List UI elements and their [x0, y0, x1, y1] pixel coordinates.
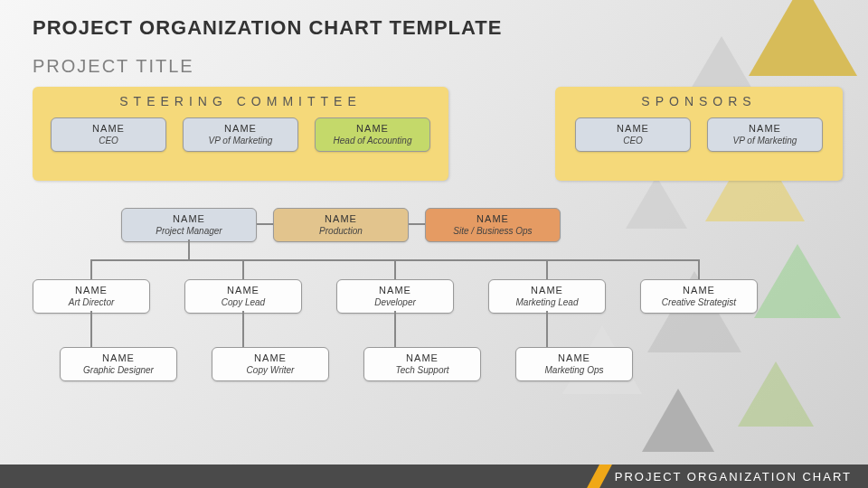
member-role: Head of Accounting — [316, 136, 429, 145]
node-name: NAME — [426, 213, 560, 224]
node-name: NAME — [489, 285, 605, 296]
connector — [546, 259, 548, 279]
node-role: Graphic Designer — [61, 365, 176, 375]
node-name: NAME — [337, 285, 453, 296]
org-node-production: NAME Production — [273, 208, 409, 242]
node-role: Project Manager — [122, 226, 256, 236]
org-node-tier2: NAME Art Director — [33, 279, 150, 314]
node-role: Marketing Ops — [516, 365, 632, 375]
node-name: NAME — [122, 213, 256, 224]
node-role: Developer — [337, 297, 453, 307]
node-name: NAME — [274, 213, 408, 224]
steering-committee-label: STEERING COMMITTEE — [33, 94, 448, 108]
member-name: NAME — [316, 123, 429, 134]
node-role: Tech Support — [364, 365, 480, 375]
project-title: PROJECT TITLE — [33, 56, 194, 77]
member-role: CEO — [576, 136, 690, 145]
connector — [242, 311, 244, 347]
node-role: Copy Writer — [212, 365, 328, 375]
node-name: NAME — [185, 285, 301, 296]
sponsors-panel: SPONSORS NAME CEO NAME VP of Marketing — [555, 87, 843, 181]
member-role: VP of Marketing — [184, 136, 297, 145]
node-name: NAME — [364, 352, 480, 363]
node-role: Production — [274, 226, 408, 236]
connector — [394, 259, 396, 279]
node-name: NAME — [61, 352, 176, 363]
org-node-tier2: NAME Creative Strategist — [640, 279, 758, 314]
org-node-tier3: NAME Marketing Ops — [515, 347, 633, 381]
connector — [90, 311, 92, 347]
node-name: NAME — [641, 285, 757, 296]
footer-accent — [587, 465, 612, 488]
org-node-tier2: NAME Copy Lead — [184, 279, 302, 314]
node-role: Marketing Lead — [489, 297, 605, 307]
node-name: NAME — [33, 285, 149, 296]
steering-member-card: NAME CEO — [51, 117, 166, 152]
connector — [394, 311, 396, 347]
org-node-biz-ops: NAME Site / Business Ops — [425, 208, 561, 242]
node-role: Art Director — [33, 297, 149, 307]
org-node-tier3: NAME Tech Support — [363, 347, 481, 381]
org-node-project-manager: NAME Project Manager — [121, 208, 257, 242]
member-name: NAME — [708, 123, 822, 134]
node-role: Creative Strategist — [641, 297, 757, 307]
connector — [698, 259, 700, 279]
connector — [188, 239, 190, 259]
sponsor-card: NAME VP of Marketing — [707, 117, 823, 152]
sponsor-card: NAME CEO — [575, 117, 691, 152]
org-node-tier2: NAME Developer — [336, 279, 454, 314]
connector — [242, 259, 244, 279]
org-node-tier2: NAME Marketing Lead — [488, 279, 606, 314]
org-node-tier3: NAME Copy Writer — [212, 347, 329, 381]
footer-bar: PROJECT ORGANIZATION CHART — [0, 465, 868, 488]
connector — [90, 259, 92, 279]
sponsors-label: SPONSORS — [555, 94, 843, 108]
org-chart: NAME Project Manager NAME Production NAM… — [33, 208, 837, 443]
member-role: VP of Marketing — [708, 136, 822, 145]
connector — [257, 223, 273, 225]
page-title: PROJECT ORGANIZATION CHART TEMPLATE — [33, 16, 502, 40]
steering-committee-panel: STEERING COMMITTEE NAME CEO NAME VP of M… — [33, 87, 448, 181]
footer-label: PROJECT ORGANIZATION CHART — [615, 470, 852, 483]
node-name: NAME — [516, 352, 632, 363]
connector — [546, 311, 548, 347]
steering-member-card: NAME VP of Marketing — [183, 117, 298, 152]
node-role: Site / Business Ops — [426, 226, 560, 236]
member-name: NAME — [184, 123, 297, 134]
node-name: NAME — [212, 352, 328, 363]
connector — [409, 223, 425, 225]
member-role: CEO — [52, 136, 165, 145]
member-name: NAME — [52, 123, 165, 134]
steering-member-card: NAME Head of Accounting — [315, 117, 430, 152]
node-role: Copy Lead — [185, 297, 301, 307]
member-name: NAME — [576, 123, 690, 134]
org-node-tier3: NAME Graphic Designer — [60, 347, 177, 381]
